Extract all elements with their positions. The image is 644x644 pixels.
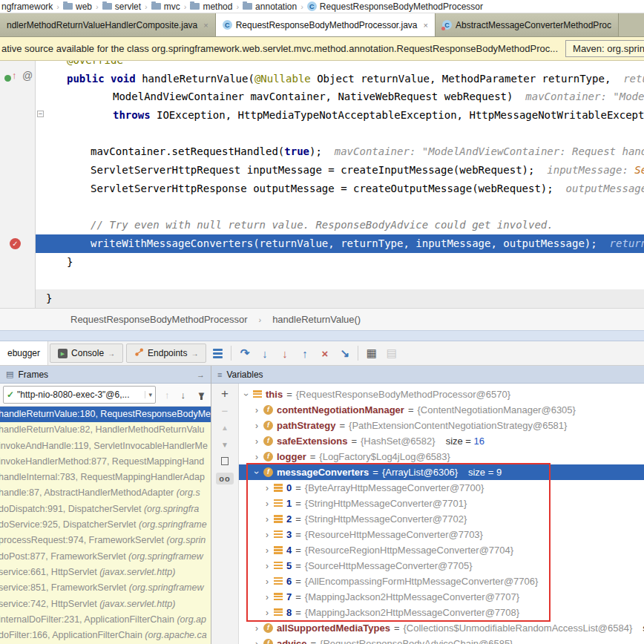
override-marker-icon[interactable]: ↑	[12, 70, 17, 80]
chevron-expanded-icon[interactable]: ›	[242, 390, 251, 399]
frame-row[interactable]: service:742, HttpServlet (javax.servlet.…	[0, 597, 211, 612]
chevron-collapsed-icon[interactable]: ›	[263, 577, 272, 586]
drop-frame-icon[interactable]: ×	[315, 341, 335, 365]
debug-tab-Endpoints[interactable]: Endpoints→	[126, 344, 206, 363]
breadcrumb-item-mvc[interactable]: mvc	[151, 1, 180, 12]
frame-row[interactable]: internalDoFilter:231, ApplicationFilterC…	[0, 612, 211, 628]
code-line[interactable]: ServletServerHttpRequest inputMessage = …	[36, 161, 644, 180]
variable-row-pathStrategy[interactable]: ›fpathStrategy={PathExtensionContentNego…	[239, 418, 644, 433]
frame-down-icon[interactable]: ↓	[181, 390, 186, 400]
frame-up-icon[interactable]: ↑	[165, 390, 170, 400]
debug-tab-ebugger[interactable]: ebugger	[0, 341, 48, 365]
chevron-collapsed-icon[interactable]: ›	[252, 437, 261, 446]
tab-AbstractMessageConverterMethodProc[interactable]: CAbstractMessageConverterMethodProc	[436, 13, 619, 36]
frame-row[interactable]: doDispatch:991, DispatcherServlet (org.s…	[0, 502, 211, 517]
variable-row-3[interactable]: ›3={ResourceHttpMessageConverter@7703}	[239, 527, 644, 542]
force-step-into-icon[interactable]: ↓	[275, 341, 295, 365]
move-down-icon[interactable]: ▼	[221, 440, 229, 450]
chevron-collapsed-icon[interactable]: ›	[263, 546, 272, 555]
library-selector-button[interactable]: Maven: org.spring	[565, 40, 644, 57]
chevron-collapsed-icon[interactable]: ›	[252, 640, 261, 644]
code-line[interactable]: public void handleReturnValue(@Nullable …	[36, 70, 644, 88]
variable-row-8[interactable]: ›8={MappingJackson2HttpMessageConverter@…	[239, 605, 644, 620]
code-line[interactable]: throws IOException, HttpMediaTypeNotAcce…	[36, 106, 644, 125]
variable-row-6[interactable]: ›6={AllEncompassingFormHttpMessageConver…	[239, 574, 644, 589]
debug-tab-Console[interactable]: ▶Console→	[50, 344, 123, 363]
frame-row[interactable]: processRequest:974, FrameworkServlet (or…	[0, 533, 211, 548]
duplicate-watch-icon[interactable]	[221, 457, 229, 465]
code-line[interactable]: }	[36, 289, 644, 308]
variable-row-advice[interactable]: ›fadvice={RequestResponseBodyAdviceChain…	[239, 636, 644, 644]
chevron-collapsed-icon[interactable]: ›	[263, 593, 272, 602]
evaluate-expression-icon[interactable]: ▦	[361, 341, 381, 365]
variable-row-5[interactable]: ›5={SourceHttpMessageConverter@7705}	[239, 558, 644, 574]
code-editor[interactable]: ↑ @ ✓ − − @Overridepublic void handleRet…	[0, 61, 644, 308]
chevron-collapsed-icon[interactable]: ›	[252, 453, 261, 461]
run-to-cursor-icon[interactable]: ↘	[335, 341, 355, 365]
code-line[interactable]: }	[36, 253, 644, 272]
variable-row-logger[interactable]: ›flogger={LogFactory$Log4jLog@6583}	[239, 449, 644, 464]
pin-icon[interactable]: →	[197, 370, 205, 379]
chevron-collapsed-icon[interactable]: ›	[252, 406, 261, 415]
close-icon[interactable]: ×	[203, 21, 208, 30]
variable-row-4[interactable]: ›4={ResourceRegionHttpMessageConverter@7…	[239, 542, 644, 558]
step-over-icon[interactable]: ↷	[234, 341, 254, 365]
frame-row[interactable]: service:851, FrameworkServlet (org.sprin…	[0, 580, 211, 596]
frame-row[interactable]: invokeHandlerMethod:877, RequestMappingH…	[0, 454, 211, 470]
variable-row-messageConverters[interactable]: ›fmessageConverters={ArrayList@6306}size…	[239, 464, 644, 480]
breadcrumb-item-RequestResponseBodyMethodProcessor[interactable]: CRequestResponseBodyMethodProcessor	[307, 1, 483, 12]
variable-row-safeExtensions[interactable]: ›fsafeExtensions={HashSet@6582}size = 16	[239, 433, 644, 449]
chevron-collapsed-icon[interactable]: ›	[252, 421, 261, 430]
code-line[interactable]: writeWithMessageConverters(returnValue, …	[36, 234, 644, 253]
step-into-icon[interactable]: ↓	[254, 341, 275, 365]
frame-row[interactable]: invokeAndHandle:119, ServletInvocableHan…	[0, 438, 211, 454]
frame-row[interactable]: doService:925, DispatcherServlet (org.sp…	[0, 517, 211, 533]
filter-frames-icon[interactable]: ▼	[197, 390, 206, 400]
code-line[interactable]: // Try even with null return value. Resp…	[36, 216, 644, 234]
frame-row[interactable]: doFilter:166, ApplicationFilterChain (or…	[0, 628, 211, 643]
variable-row-1[interactable]: ›1={StringHttpMessageConverter@7701}	[239, 496, 644, 511]
code-area[interactable]: @Overridepublic void handleReturnValue(@…	[36, 61, 644, 308]
frame-row[interactable]: handleInternal:783, RequestMappingHandle…	[0, 470, 211, 485]
variable-row-0[interactable]: ›0={ByteArrayHttpMessageConverter@7700}	[239, 480, 644, 496]
chevron-collapsed-icon[interactable]: ›	[263, 484, 272, 493]
menu-icon[interactable]	[208, 341, 228, 365]
code-line[interactable]	[36, 198, 644, 217]
remove-watch-icon[interactable]: −	[222, 406, 229, 415]
chevron-collapsed-icon[interactable]: ›	[252, 624, 261, 633]
variable-row-7[interactable]: ›7={MappingJackson2HttpMessageConverter@…	[239, 589, 644, 605]
variable-row-2[interactable]: ›2={StringHttpMessageConverter@7702}	[239, 511, 644, 527]
code-line[interactable]	[36, 271, 644, 289]
breadcrumb-method[interactable]: handleReturnValue()	[272, 314, 361, 325]
chevron-expanded-icon[interactable]: ›	[252, 468, 261, 477]
code-line[interactable]: ServletServerHttpResponse outputMessage …	[36, 180, 644, 198]
tab-RequestResponseBodyMethodProcessor.java[interactable]: CRequestResponseBodyMethodProcessor.java…	[216, 13, 436, 36]
frame-row[interactable]: handleReturnValue:82, HandlerMethodRetur…	[0, 422, 211, 438]
close-icon[interactable]: ×	[424, 21, 428, 30]
show-watches-icon[interactable]: oo	[216, 473, 233, 484]
frame-row[interactable]: handleReturnValue:180, RequestResponseBo…	[0, 407, 211, 422]
thread-selector[interactable]: ✓ "http-nio-8080-exec-3"@6,... ▾	[3, 386, 156, 404]
add-watch-icon[interactable]: +	[221, 389, 229, 398]
chevron-collapsed-icon[interactable]: ›	[263, 608, 272, 617]
layout-icon[interactable]: ▤	[381, 341, 401, 365]
frame-row[interactable]: handle:87, AbstractHandlerMethodAdapter …	[0, 485, 211, 501]
breadcrumb-item-servlet[interactable]: servlet	[102, 1, 141, 12]
code-line[interactable]	[36, 125, 644, 143]
chevron-collapsed-icon[interactable]: ›	[263, 499, 272, 508]
code-line[interactable]: mavContainer.setRequestHandled(true); ma…	[36, 142, 644, 161]
implementing-marker-icon[interactable]	[4, 75, 11, 82]
move-up-icon[interactable]: ▲	[221, 423, 229, 433]
chevron-collapsed-icon[interactable]: ›	[263, 530, 272, 539]
frame-row[interactable]: doPost:877, FrameworkServlet (org.spring…	[0, 549, 211, 565]
code-line[interactable]: ModelAndViewContainer mavContainer, Nati…	[36, 88, 644, 106]
variable-row-allSupportedMediaTypes[interactable]: ›fallSupportedMediaTypes={Collections$Un…	[239, 620, 644, 636]
chevron-collapsed-icon[interactable]: ›	[263, 515, 272, 524]
breadcrumb-item-method[interactable]: method	[190, 1, 232, 12]
breadcrumb-item-annotation[interactable]: annotation	[243, 1, 297, 12]
frame-row[interactable]: service:661, HttpServlet (javax.servlet.…	[0, 565, 211, 580]
variable-row-contentNegotiationManager[interactable]: ›fcontentNegotiationManager={ContentNego…	[239, 402, 644, 418]
chevron-collapsed-icon[interactable]: ›	[263, 562, 272, 571]
breakpoint-icon[interactable]: ✓	[10, 238, 21, 249]
variable-row-this[interactable]: ›this={RequestResponseBodyMethodProcesso…	[239, 387, 644, 402]
